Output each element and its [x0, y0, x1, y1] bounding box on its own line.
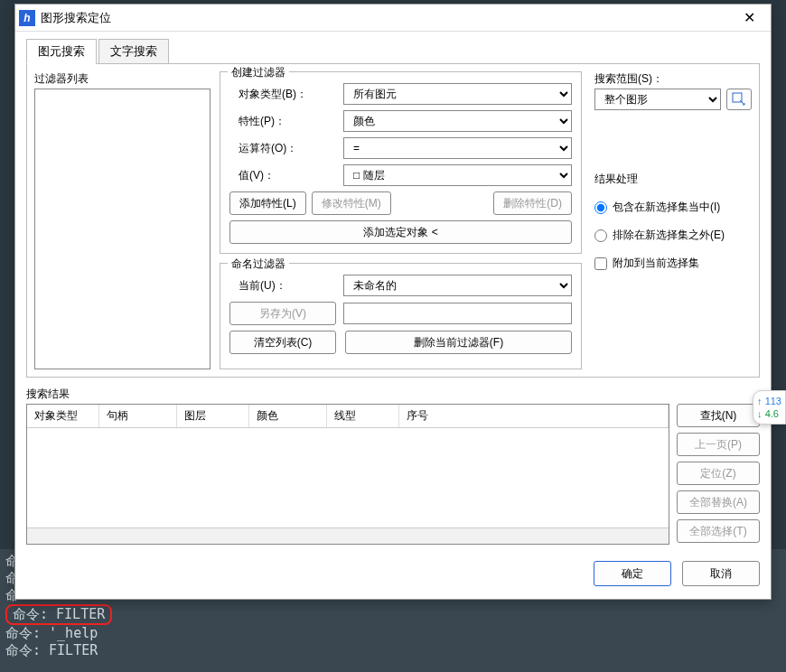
floating-indicator: ↑ 113 ↓ 4.6 [753, 390, 786, 425]
clear-list-button[interactable]: 清空列表(C) [229, 331, 336, 354]
search-scope-select[interactable]: 整个图形 [594, 89, 721, 110]
create-filter-group: 创建过滤器 对象类型(B)： 所有图元 特性(P)： 颜色 运算符(O)： = [220, 71, 582, 254]
operator-label: 运算符(O)： [229, 141, 336, 156]
tabs: 图元搜索 文字搜索 [26, 39, 760, 64]
search-dialog: h 图形搜索定位 ✕ 图元搜索 文字搜索 过滤器列表 创建过滤器 对象类型(B)… [14, 4, 772, 600]
filter-listbox[interactable] [34, 89, 211, 369]
current-filter-label: 当前(U)： [229, 278, 336, 294]
value-label: 值(V)： [229, 168, 336, 183]
col-object-type[interactable]: 对象类型 [27, 405, 99, 427]
modify-property-button[interactable]: 修改特性(M) [312, 191, 391, 215]
add-property-button[interactable]: 添加特性(L) [229, 191, 306, 215]
col-linetype[interactable]: 线型 [327, 405, 399, 427]
tab-primitive-search[interactable]: 图元搜索 [26, 39, 97, 64]
results-table[interactable]: 对象类型 句柄 图层 颜色 线型 序号 [26, 404, 669, 545]
titlebar[interactable]: h 图形搜索定位 ✕ [15, 5, 771, 32]
pick-scope-icon[interactable] [726, 89, 752, 110]
filter-list-label: 过滤器列表 [34, 71, 211, 87]
results-label: 搜索结果 [26, 387, 760, 402]
select-all-button[interactable]: 全部选择(T) [677, 519, 760, 543]
dialog-title: 图形搜索定位 [41, 10, 731, 26]
object-type-select[interactable]: 所有图元 [343, 83, 572, 105]
append-checkbox[interactable]: 附加到当前选择集 [594, 256, 752, 271]
current-filter-select[interactable]: 未命名的 [343, 275, 572, 296]
include-radio[interactable]: 包含在新选择集当中(I) [594, 200, 752, 215]
search-scope-label: 搜索范围(S)： [594, 71, 752, 87]
replace-all-button[interactable]: 全部替换(A) [677, 490, 760, 514]
result-process-title: 结果处理 [594, 172, 752, 187]
named-filter-group: 命名过滤器 当前(U)： 未命名的 另存为(V) 清空列表(C) 删除当前过滤器… [220, 263, 582, 369]
object-type-label: 对象类型(B)： [229, 87, 336, 102]
value-select[interactable]: □ 随层 [343, 164, 572, 186]
cancel-button[interactable]: 取消 [682, 561, 760, 586]
operator-select[interactable]: = [343, 137, 572, 159]
col-index[interactable]: 序号 [399, 405, 669, 427]
save-as-input[interactable] [343, 303, 572, 324]
exclude-radio[interactable]: 排除在新选择集之外(E) [594, 228, 752, 243]
col-handle[interactable]: 句柄 [99, 405, 177, 427]
locate-button[interactable]: 定位(Z) [677, 462, 760, 485]
property-label: 特性(P)： [229, 114, 336, 129]
named-filter-title: 命名过滤器 [228, 257, 289, 272]
property-select[interactable]: 颜色 [343, 110, 572, 132]
delete-property-button[interactable]: 删除特性(D) [493, 191, 572, 215]
add-selected-objects-button[interactable]: 添加选定对象 < [229, 220, 572, 244]
find-button[interactable]: 查找(N) [677, 404, 760, 427]
prev-page-button[interactable]: 上一页(P) [677, 433, 760, 456]
col-layer[interactable]: 图层 [177, 405, 249, 427]
close-icon[interactable]: ✕ [731, 5, 767, 31]
create-filter-title: 创建过滤器 [228, 65, 289, 80]
tab-text-search[interactable]: 文字搜索 [98, 39, 169, 64]
col-color[interactable]: 颜色 [249, 405, 327, 427]
save-as-button[interactable]: 另存为(V) [229, 302, 336, 325]
ok-button[interactable]: 确定 [594, 561, 671, 586]
horizontal-scrollbar[interactable] [27, 527, 669, 544]
delete-current-filter-button[interactable]: 删除当前过滤器(F) [345, 331, 572, 354]
app-icon: h [19, 10, 35, 26]
